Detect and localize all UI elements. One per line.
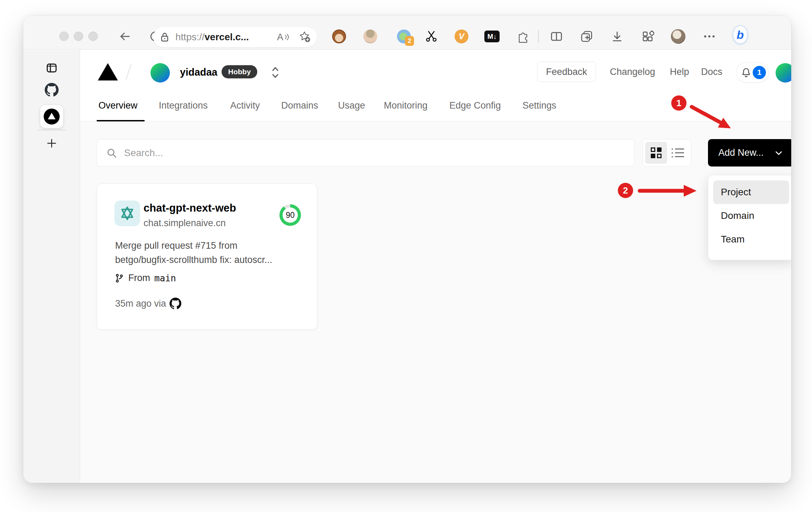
- extension-tampermonkey[interactable]: [331, 29, 347, 44]
- project-domain[interactable]: chat.simplenaive.cn: [144, 218, 226, 229]
- changelog-link[interactable]: Changelog: [610, 67, 655, 77]
- new-tab-button[interactable]: [23, 137, 80, 149]
- bing-chat-button[interactable]: b: [733, 27, 748, 42]
- extension-v[interactable]: V: [454, 29, 469, 44]
- bell-icon: [741, 67, 752, 78]
- url-host: vercel.c...: [205, 32, 249, 42]
- notifications-button[interactable]: 1: [736, 62, 769, 83]
- overview-content: Add New... Project Domain Team: [80, 121, 791, 483]
- maximize-window-button[interactable]: [88, 32, 98, 41]
- browser-window: https://vercel.c... A: [23, 16, 791, 483]
- notification-count-badge: 1: [752, 65, 767, 80]
- vercel-tab-icon: [44, 109, 60, 125]
- git-branch-icon: [114, 273, 124, 283]
- tab-monitoring[interactable]: Monitoring: [384, 100, 427, 111]
- read-aloud-button[interactable]: A: [277, 32, 289, 43]
- add-new-label: Add New...: [718, 147, 764, 158]
- search-input[interactable]: [124, 147, 625, 159]
- chevron-updown-icon: [270, 65, 280, 80]
- dropdown-item-team[interactable]: Team: [713, 228, 789, 251]
- commit-line-2: betgo/bugfix-scrollthumb fix: autoscr...: [115, 253, 302, 267]
- sidebar-tab-vercel-active[interactable]: [40, 105, 63, 128]
- back-arrow-icon: [118, 30, 131, 43]
- favorite-button[interactable]: [298, 30, 311, 44]
- openai-logo-icon: [119, 205, 136, 222]
- deploy-meta: 35m ago via: [115, 298, 181, 309]
- project-name: chat-gpt-next-web: [144, 202, 236, 214]
- annotation-arrow-2: [635, 182, 701, 199]
- tab-activity[interactable]: Activity: [230, 100, 260, 111]
- docs-link[interactable]: Docs: [701, 67, 723, 77]
- github-source-icon: [170, 298, 181, 309]
- team-avatar[interactable]: [150, 63, 170, 83]
- extensions-menu-button[interactable]: [515, 29, 530, 44]
- sidebar-panel-icon: [45, 62, 58, 74]
- blue-circle-extension-icon: 2: [397, 29, 411, 43]
- user-avatar[interactable]: [776, 63, 791, 83]
- grid-view-button[interactable]: [645, 142, 667, 164]
- branch-from-label: From: [128, 273, 150, 283]
- split-screen-button[interactable]: [549, 29, 564, 44]
- annotation-arrow-1: [687, 102, 739, 135]
- project-favicon: [114, 200, 140, 226]
- apps-button[interactable]: [640, 29, 655, 44]
- address-bar[interactable]: https://vercel.c... A: [153, 27, 317, 47]
- sidebar-pane-toggle[interactable]: [23, 62, 80, 74]
- extension-avatar[interactable]: [363, 29, 378, 44]
- scissors-icon: [425, 30, 438, 43]
- v-extension-icon: V: [455, 29, 468, 43]
- breadcrumb-slash: [126, 64, 132, 80]
- url-text: https://vercel.c...: [175, 32, 249, 43]
- browser-toolbar: https://vercel.c... A: [23, 16, 791, 50]
- extension-with-badge[interactable]: 2: [396, 29, 412, 44]
- toolbar-divider: [538, 30, 539, 43]
- more-menu-button[interactable]: [702, 29, 717, 44]
- tab-usage[interactable]: Usage: [338, 100, 365, 111]
- github-icon: [45, 83, 59, 97]
- profile-avatar: [671, 29, 685, 44]
- lock-icon: [159, 31, 170, 43]
- back-button[interactable]: [117, 29, 132, 44]
- tab-settings[interactable]: Settings: [522, 100, 556, 111]
- dropdown-item-project[interactable]: Project: [713, 180, 789, 204]
- add-new-button[interactable]: Add New...: [708, 139, 791, 167]
- search-bar: [97, 139, 634, 167]
- deploy-time: 35m ago via: [115, 298, 166, 309]
- dropdown-item-domain[interactable]: Domain: [713, 204, 789, 228]
- read-aloud-waves-icon: [284, 33, 289, 42]
- bing-icon: b: [733, 25, 748, 44]
- extension-markdown[interactable]: M↓: [484, 29, 500, 44]
- profile-button[interactable]: [671, 29, 686, 44]
- close-window-button[interactable]: [59, 32, 69, 41]
- tab-edge-config[interactable]: Edge Config: [449, 100, 501, 111]
- tab-overview[interactable]: Overview: [98, 100, 138, 111]
- extension-scissors[interactable]: [424, 29, 439, 44]
- search-icon: [106, 147, 117, 159]
- add-to-collections-button[interactable]: [579, 29, 594, 44]
- url-scheme: https://: [175, 32, 205, 42]
- split-screen-icon: [550, 30, 563, 43]
- project-card[interactable]: chat-gpt-next-web chat.simplenaive.cn 90…: [97, 184, 317, 330]
- list-view-button[interactable]: [667, 142, 689, 164]
- sidebar-tab-github[interactable]: [23, 83, 80, 97]
- site-header: yidadaa Hobby Feedback Changelog Help Do…: [80, 50, 791, 94]
- commit-message: Merge pull request #715 from betgo/bugfi…: [115, 239, 302, 267]
- minimize-window-button[interactable]: [74, 32, 83, 41]
- team-switcher[interactable]: [270, 65, 280, 82]
- commit-line-1: Merge pull request #715 from: [115, 239, 302, 253]
- vercel-logo-icon[interactable]: [98, 63, 118, 80]
- add-new-dropdown: Project Domain Team: [708, 175, 791, 260]
- downloads-button[interactable]: [610, 29, 625, 44]
- feedback-button[interactable]: Feedback: [537, 62, 596, 82]
- star-add-icon: [298, 30, 311, 43]
- monkey-extension-icon: [332, 29, 346, 43]
- apps-grid-icon: [641, 30, 654, 43]
- branch-name: main: [154, 273, 176, 283]
- list-view-icon: [672, 148, 684, 157]
- tab-integrations[interactable]: Integrations: [159, 100, 208, 111]
- tab-domains[interactable]: Domains: [281, 100, 318, 111]
- help-link[interactable]: Help: [670, 67, 689, 77]
- plus-icon: [46, 137, 58, 149]
- view-toggle: [642, 139, 691, 167]
- annotation-step-1: 1: [671, 95, 686, 111]
